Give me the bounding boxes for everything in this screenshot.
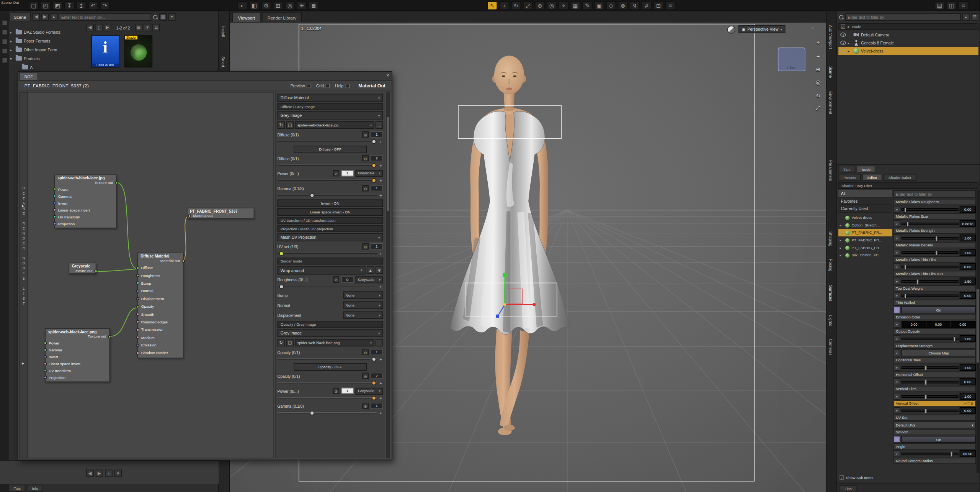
increment-button[interactable]: + — [379, 139, 383, 143]
animate-icon[interactable]: ⊘ — [363, 403, 369, 409]
subtab[interactable]: Editor — [862, 174, 882, 181]
material-type-select[interactable]: Diffuse Material▾ — [278, 94, 383, 102]
animate-icon[interactable]: ⊘ — [333, 170, 339, 176]
surface-group-item[interactable]: Currently Used — [838, 205, 892, 213]
page-back-icon[interactable]: ◀ — [86, 470, 94, 477]
down-icon[interactable]: ▼ — [376, 266, 383, 274]
param-value[interactable]: 1.00 — [960, 235, 976, 241]
param-menu-button[interactable]: ▾ — [893, 407, 900, 414]
slider[interactable] — [278, 412, 377, 413]
slider-handle[interactable] — [924, 379, 927, 385]
universal-tool-icon[interactable]: + — [499, 1, 509, 10]
list-view-icon[interactable]: ≣ — [152, 24, 160, 31]
light-icon[interactable]: ☀ — [297, 1, 307, 10]
up-icon[interactable]: ▲ — [367, 266, 374, 274]
grid-checkbox[interactable]: Grid✓ — [316, 84, 330, 88]
increment-button[interactable]: + — [379, 357, 383, 361]
expand-arrow-icon[interactable]: ▾ — [10, 56, 14, 60]
value-field[interactable]: 2 — [371, 155, 383, 161]
camera-cube-icon[interactable]: ⌖ — [814, 39, 822, 47]
export-icon[interactable]: ↥ — [76, 1, 86, 10]
surface-item[interactable]: Velvet-dress — [838, 214, 892, 221]
slider-handle[interactable] — [924, 394, 927, 399]
param-value[interactable]: 89.90 — [960, 450, 976, 457]
value-field[interactable]: 1 — [371, 243, 383, 249]
param-value[interactable]: 1.00 — [960, 364, 976, 371]
spot-render-icon[interactable]: ◧ — [249, 1, 259, 10]
param-slider[interactable] — [902, 280, 959, 282]
param-value[interactable]: 0.0010 — [960, 220, 976, 227]
dock-tab[interactable]: Scene — [828, 66, 833, 78]
surface-item[interactable]: ▸ PT_FABRIC_FR... — [838, 229, 892, 236]
node-input-pin[interactable]: Projection — [44, 374, 109, 381]
tab-install[interactable]: Install — [221, 26, 225, 37]
nav-forward-icon[interactable]: ▶ — [41, 13, 49, 21]
animate-icon[interactable]: ⊘ — [363, 373, 369, 379]
undo-icon[interactable]: ↶ — [88, 1, 98, 10]
category-icon[interactable] — [2, 30, 7, 35]
pan-icon[interactable]: + — [814, 52, 822, 60]
animate-icon[interactable]: ⊘ — [363, 243, 369, 249]
category-icon[interactable] — [2, 20, 7, 26]
param-menu-button[interactable]: ▾ — [893, 263, 900, 270]
param-value[interactable]: 1.00 — [960, 249, 976, 256]
expand-arrow-icon[interactable]: ▸ — [840, 223, 843, 227]
open-file-icon[interactable]: ◰ — [41, 1, 51, 10]
expand-arrow-icon[interactable]: ▸ — [848, 49, 852, 53]
camera-tool-icon[interactable]: ⊡ — [653, 1, 663, 10]
category-icon[interactable] — [2, 57, 7, 63]
help-checkbox[interactable]: Help✓ — [335, 84, 350, 88]
node-selection-tool-icon[interactable]: ↖ — [487, 1, 497, 10]
dock-tab[interactable]: Parameters — [828, 160, 833, 181]
value-field[interactable]: 1 — [341, 388, 354, 394]
surface-selection-tool-icon[interactable]: ▣ — [594, 1, 604, 10]
param-slider[interactable] — [902, 251, 959, 254]
translate-tool-icon[interactable]: ⤢ — [523, 1, 533, 10]
slider-handle[interactable] — [904, 207, 906, 212]
nge-titlebar[interactable]: NGE × — [18, 72, 392, 81]
animate-icon[interactable]: ⊘ — [363, 185, 369, 191]
filter-overlay[interactable]: Filter — [778, 48, 805, 71]
pane-tab[interactable]: Node — [857, 166, 876, 172]
param-filter-input[interactable] — [893, 190, 976, 198]
slider[interactable] — [278, 286, 377, 287]
node-input-pin[interactable]: Diffuse — [136, 264, 183, 272]
slider-handle[interactable] — [953, 336, 956, 342]
bottom-tab[interactable]: Info — [27, 485, 43, 492]
transform-tool-icon[interactable]: ⊚ — [618, 1, 628, 10]
param-value[interactable]: 0.00 — [960, 407, 976, 414]
dock-tab[interactable]: Posing — [828, 259, 833, 271]
node-input-pin[interactable]: Emission — [136, 341, 183, 349]
grid-view-icon[interactable]: ⊞ — [135, 24, 143, 31]
value-field[interactable]: 1 — [371, 131, 383, 138]
camera-view-icon[interactable]: ◎ — [285, 1, 295, 10]
puppeteer-icon[interactable]: ↯ — [630, 1, 640, 10]
subtab[interactable]: Shader Baker — [884, 174, 916, 181]
expand-arrow-icon[interactable]: ▸ — [840, 246, 843, 249]
scene-node-row[interactable]: Default Camera — [838, 31, 978, 39]
slider-handle[interactable] — [906, 221, 909, 227]
param-value[interactable]: 0.00 — [960, 378, 976, 385]
displacement-select[interactable]: None▾ — [343, 312, 383, 319]
param-menu-button[interactable]: ▾ — [893, 307, 900, 313]
import-icon[interactable]: ↧ — [64, 1, 74, 10]
reload-icon[interactable]: ↻ — [278, 121, 285, 129]
layout-icon[interactable]: ◫ — [946, 1, 956, 10]
param-menu-button[interactable]: ▾ — [893, 450, 900, 457]
increment-button[interactable]: + — [379, 395, 383, 400]
workspace-icon[interactable]: ▤ — [934, 1, 944, 10]
slider[interactable] — [278, 164, 377, 166]
param-value[interactable]: 0.00 — [960, 263, 976, 270]
param-menu-button[interactable]: ▾ — [893, 349, 900, 356]
show-sub-items-checkbox[interactable]: ✓Show Sub Items — [840, 475, 873, 479]
camera-view-select[interactable]: ▣ Perspective View ▾ — [738, 25, 785, 33]
border-mode-select[interactable]: Wrap around▾ — [278, 266, 366, 274]
node-greyscale[interactable]: Greyscale Texture out — [69, 262, 96, 274]
library-tree-item[interactable]: ▾ Products — [10, 54, 85, 62]
param-menu-button[interactable]: ▾ — [893, 249, 900, 256]
scene-info-icon[interactable]: ≡ — [665, 1, 675, 10]
pane-menu-icon[interactable]: ▾ — [168, 13, 176, 21]
opacity-off-button[interactable]: Opacity - OFF — [294, 363, 367, 371]
param-menu-button[interactable]: ▾ — [893, 364, 900, 371]
node-input-pin[interactable]: Bump — [136, 279, 183, 287]
